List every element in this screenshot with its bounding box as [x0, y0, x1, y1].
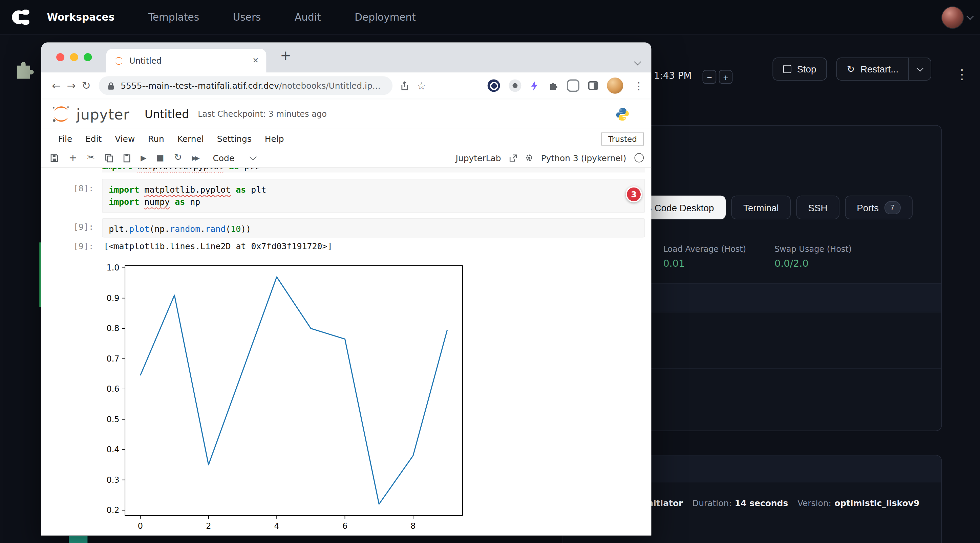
copy-cell-icon[interactable]	[105, 153, 113, 162]
menu-file[interactable]: File	[58, 134, 72, 144]
cell-output-text: [<matplotlib.lines.Line2D at 0x7fd03f191…	[103, 241, 332, 251]
forward-button[interactable]: →	[64, 79, 79, 92]
split-screen-icon[interactable]	[588, 81, 598, 90]
nav-deployment[interactable]: Deployment	[355, 11, 416, 23]
coder-logo-icon[interactable]	[11, 9, 30, 26]
close-window-button[interactable]	[56, 53, 64, 61]
jupyter-wordmark: jupyter	[76, 106, 129, 122]
svg-text:0.9: 0.9	[106, 294, 119, 303]
input-prompt: [8]:	[41, 183, 94, 193]
output-prompt: [9]:	[41, 241, 94, 251]
version-value[interactable]: optimistic_liskov9	[834, 498, 920, 508]
menu-edit[interactable]: Edit	[85, 134, 102, 144]
toolbar-right: JupyterLab Python 3 (ipykernel)	[456, 153, 652, 163]
paste-cell-icon[interactable]	[123, 153, 131, 162]
onepassword-extension-icon[interactable]	[488, 79, 500, 92]
minimize-window-button[interactable]	[70, 53, 78, 61]
share-icon[interactable]	[401, 81, 409, 90]
new-tab-button[interactable]: +	[276, 48, 295, 63]
browser-tab[interactable]: Untitled ✕	[106, 49, 267, 73]
restart-options-button[interactable]	[909, 57, 932, 81]
puzzle-piece-icon[interactable]	[11, 57, 35, 82]
restart-run-all-icon[interactable]: ▶▶	[192, 155, 198, 161]
jupyter-favicon	[114, 56, 124, 65]
ssh-button[interactable]: SSH	[796, 196, 839, 219]
workspace-menu-kebab[interactable]: ⋮	[955, 67, 969, 81]
bolt-extension-icon[interactable]	[530, 80, 539, 91]
nav-audit[interactable]: Audit	[294, 11, 321, 23]
load-average-metric: Load Average (Host) 0.01	[663, 245, 746, 270]
notification-badge[interactable]: 3	[626, 186, 642, 202]
background-window-fragment	[69, 536, 88, 543]
kernel-name[interactable]: Python 3 (ipykernel)	[541, 153, 627, 163]
reload-button[interactable]: ↻	[79, 79, 94, 92]
extensions-puzzle-icon[interactable]	[547, 80, 558, 91]
metric-value: 0.0/2.0	[775, 258, 852, 269]
restart-icon: ↻	[847, 63, 855, 75]
code-cell-9[interactable]: plt.plot(np.random.rand(10))	[102, 218, 645, 237]
build-info-line: Reason:initiator Duration:14 seconds Ver…	[608, 498, 920, 508]
restart-workspace-button[interactable]: ↻ Restart...	[837, 57, 909, 81]
close-tab-icon[interactable]: ✕	[253, 56, 259, 65]
save-icon[interactable]	[50, 153, 59, 162]
svg-text:0: 0	[138, 521, 143, 531]
svg-text:8: 8	[410, 521, 415, 531]
cell-type-value: Code	[213, 153, 234, 163]
restart-kernel-icon[interactable]: ↻	[174, 153, 182, 162]
restart-label: Restart...	[861, 64, 898, 74]
nav-user-area	[942, 6, 972, 28]
chevron-down-icon[interactable]	[966, 13, 974, 20]
zoom-out-button[interactable]: −	[703, 70, 716, 84]
window-controls	[56, 53, 92, 61]
cut-cell-icon[interactable]: ✂	[87, 153, 95, 162]
menu-run[interactable]: Run	[148, 134, 164, 144]
address-bar[interactable]: 5555--main--test--matifali.atif.cdr.dev/…	[99, 76, 393, 95]
external-link-icon[interactable]	[509, 154, 517, 162]
zoom-in-button[interactable]: +	[719, 70, 733, 84]
extension-icon-2[interactable]	[567, 79, 579, 92]
insert-cell-icon[interactable]: +	[69, 153, 77, 163]
terminal-button[interactable]: Terminal	[732, 196, 791, 219]
menu-settings[interactable]: Settings	[217, 134, 251, 144]
nav-users[interactable]: Users	[233, 11, 261, 23]
cell-type-select[interactable]: Code	[213, 153, 256, 163]
checkpoint-status: Last Checkpoint: 3 minutes ago	[198, 110, 327, 119]
maximize-window-button[interactable]	[84, 53, 92, 61]
workspace-header: 1:43 PM − + Stop ↻ Restart... ⋮	[650, 57, 972, 83]
gear-icon[interactable]	[525, 154, 533, 162]
ports-count-badge: 7	[884, 201, 900, 214]
back-button[interactable]: ←	[49, 79, 64, 92]
browser-menu-kebab[interactable]: ⋮	[634, 79, 644, 91]
ports-button[interactable]: Ports 7	[845, 196, 912, 219]
svg-text:6: 6	[342, 521, 347, 531]
menu-view[interactable]: View	[115, 134, 135, 144]
svg-text:0.2: 0.2	[106, 505, 119, 515]
bookmark-star-icon[interactable]: ☆	[417, 79, 426, 91]
tab-title: Untitled	[129, 56, 253, 65]
menu-kernel[interactable]: Kernel	[177, 134, 204, 144]
svg-text:0.8: 0.8	[106, 324, 119, 333]
notebook-title[interactable]: Untitled	[145, 107, 189, 121]
svg-text:4: 4	[274, 521, 279, 531]
duration-label: Duration:	[692, 498, 732, 508]
stop-icon	[783, 65, 791, 73]
browser-profile-avatar[interactable]	[607, 78, 623, 94]
code-cell-8[interactable]: import matplotlib.pyplot as pltimport nu…	[102, 179, 645, 213]
menu-help[interactable]: Help	[265, 134, 284, 144]
tab-search-chevron-icon[interactable]	[635, 55, 640, 67]
metric-label: Swap Usage (Host)	[775, 245, 852, 254]
nav-workspaces[interactable]: Workspaces	[47, 11, 115, 23]
metric-label: Load Average (Host)	[663, 245, 746, 254]
jupyterlab-link[interactable]: JupyterLab	[456, 153, 501, 163]
stop-workspace-button[interactable]: Stop	[772, 57, 827, 81]
interrupt-kernel-icon[interactable]: ■	[156, 154, 164, 162]
trusted-button[interactable]: Trusted	[601, 132, 644, 145]
nav-templates[interactable]: Templates	[148, 11, 199, 23]
extension-icon[interactable]	[509, 79, 521, 92]
run-cell-icon[interactable]: ▶	[140, 154, 146, 162]
duration-value: 14 seconds	[735, 498, 788, 508]
user-avatar[interactable]	[942, 6, 963, 28]
version-label: Version:	[797, 498, 831, 508]
jupyter-logo	[51, 105, 71, 123]
browser-toolbar: ← → ↻ 5555--main--test--matifali.atif.cd…	[41, 73, 652, 99]
